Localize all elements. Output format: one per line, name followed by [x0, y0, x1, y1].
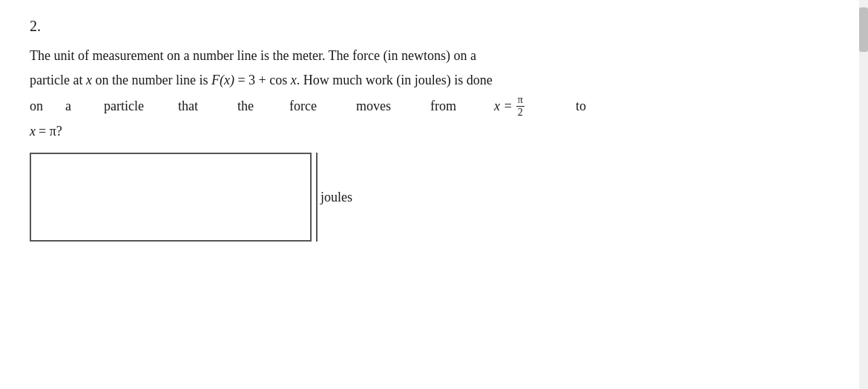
- problem-text-line1: The unit of measurement on a number line…: [30, 45, 838, 67]
- unit-text: joules: [320, 190, 352, 205]
- text-x1: x: [86, 73, 92, 87]
- text-line2-mid: on the number line is: [92, 73, 211, 87]
- text-eq: = 3 + cos: [234, 73, 291, 87]
- text-line1: The unit of measurement on a number line…: [30, 48, 476, 63]
- word-to: to: [576, 99, 605, 114]
- fraction-numerator: π: [516, 94, 525, 107]
- word-x-eq: x = π 2: [494, 94, 576, 120]
- text-line2-start: particle at: [30, 73, 86, 87]
- last-line: x = π?: [30, 124, 838, 139]
- problem-text-line2: particle at x on the number line is F(x)…: [30, 70, 838, 91]
- unit-label: joules: [316, 153, 352, 242]
- word-moves: moves: [356, 99, 430, 114]
- word-on: on: [30, 99, 65, 114]
- scrollbar[interactable]: [859, 0, 868, 389]
- text-x2: x: [291, 73, 297, 87]
- word-from: from: [430, 99, 494, 114]
- text-fx: F(x): [211, 73, 234, 87]
- fraction-denominator: 2: [516, 107, 525, 119]
- word-line: on a particle that the force moves from …: [30, 94, 838, 120]
- word-the: the: [237, 99, 289, 114]
- page-container: 2. The unit of measurement on a number l…: [0, 0, 868, 259]
- last-eq: = π?: [39, 124, 62, 139]
- word-a: a: [65, 99, 104, 114]
- fraction-pi-over-2: π 2: [516, 94, 525, 120]
- word-particle: particle: [104, 99, 178, 114]
- text-line2-end: . How much work (in joules) is done: [297, 73, 493, 87]
- scrollbar-thumb[interactable]: [859, 7, 868, 52]
- word-that: that: [178, 99, 237, 114]
- last-x: x: [30, 124, 36, 139]
- problem-number: 2.: [30, 18, 838, 35]
- x-eq-x: x =: [494, 99, 513, 114]
- word-force: force: [289, 99, 356, 114]
- answer-area: joules: [30, 153, 838, 242]
- answer-box[interactable]: [30, 153, 312, 242]
